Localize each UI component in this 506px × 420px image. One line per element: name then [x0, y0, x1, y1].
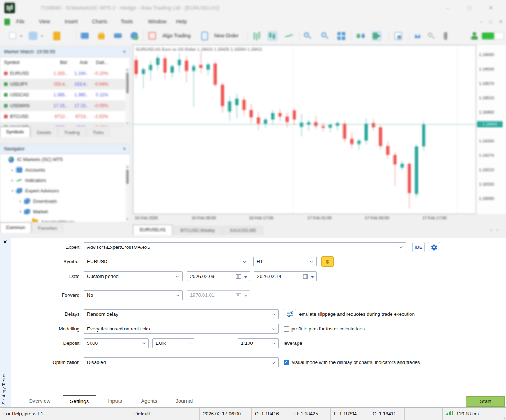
date-range-combobox[interactable]: Custom period: [84, 271, 183, 281]
chart-tab-btcusd-weekly[interactable]: BTCUSD,Weekly: [174, 226, 222, 235]
nav-item-market[interactable]: ▾ Market: [0, 206, 130, 217]
market-watch-row[interactable]: USDMXN 17.15.. 17.15.. -0.05%: [0, 100, 130, 111]
open-data-folder-icon[interactable]: [52, 31, 62, 41]
chart-tab-xauusd-m5[interactable]: XAUUSD,M5: [223, 226, 263, 235]
profit-in-pips-checkbox[interactable]: [284, 326, 289, 332]
menu-insert[interactable]: Insert: [65, 19, 78, 24]
price-chart[interactable]: EURUSD,H1 Euro vs US Dollar 1.18416 1.18…: [133, 45, 476, 214]
new-window-icon[interactable]: [28, 31, 38, 41]
market-watch-row[interactable]: BTCUSD 6712.. 6713.. -2.52%: [0, 111, 130, 122]
chart-profile-icon[interactable]: [8, 31, 18, 41]
mdi-restore-icon[interactable]: □: [489, 19, 492, 24]
date-to-field[interactable]: 2026.02.14: [254, 271, 317, 281]
tester-tab-inputs[interactable]: Inputs: [101, 395, 129, 407]
new-order-icon[interactable]: [200, 31, 210, 41]
tester-tab-journal[interactable]: Journal: [169, 395, 199, 407]
expand-arrow-icon[interactable]: ▸: [10, 178, 15, 182]
column-header[interactable]: Dail...: [90, 57, 110, 68]
menu-window[interactable]: Window: [148, 19, 167, 24]
chart-window-icon[interactable]: [393, 31, 403, 41]
expand-arrow-icon[interactable]: ▸: [18, 199, 23, 203]
column-header[interactable]: Symbol: [0, 57, 46, 68]
expand-arrow-icon[interactable]: ▸: [10, 168, 15, 172]
menu-help[interactable]: Help: [176, 19, 187, 24]
tab-details[interactable]: Details: [31, 128, 58, 137]
nav-item-amazingwaves[interactable]: ▸ AmazingWaves: [0, 217, 130, 222]
restore-button[interactable]: □: [464, 4, 474, 12]
column-header[interactable]: Ask: [69, 57, 90, 68]
line-chart-mode-icon[interactable]: [284, 31, 294, 41]
leverage-combobox[interactable]: 1:100: [238, 338, 279, 348]
tab-scroll-icons[interactable]: ‹›: [491, 227, 502, 233]
market-watch-scrollbar[interactable]: ▲ ▼: [125, 68, 129, 126]
tab-symbols[interactable]: Symbols: [0, 127, 30, 137]
auto-scroll-icon[interactable]: [372, 31, 382, 41]
depth-of-market-icon[interactable]: [80, 31, 90, 41]
menu-view[interactable]: View: [39, 19, 50, 24]
mdi-close-icon[interactable]: ✕: [499, 19, 503, 24]
forward-combobox[interactable]: No: [84, 290, 183, 300]
tab-favorites[interactable]: Favorites: [32, 224, 63, 233]
currency-combobox[interactable]: EUR: [152, 338, 194, 348]
menu-charts[interactable]: Charts: [92, 19, 107, 24]
new-order-button[interactable]: New Order: [214, 33, 239, 38]
mdi-minimize-icon[interactable]: –: [480, 19, 483, 24]
nav-item-expert-advisors[interactable]: ▾ Expert Advisors: [0, 186, 130, 196]
nav-item-accounts[interactable]: ▸ Accounts: [0, 165, 130, 175]
tab-common[interactable]: Common: [0, 222, 31, 233]
ide-button[interactable]: IDE: [412, 242, 425, 252]
delays-combobox[interactable]: Random delay: [84, 309, 279, 319]
nav-item-indicators[interactable]: ▸ Indicators: [0, 175, 130, 186]
expand-arrow-icon[interactable]: ▾: [18, 210, 23, 214]
window-dropdown-icon[interactable]: [41, 35, 43, 37]
bar-chart-mode-icon[interactable]: [252, 31, 262, 41]
start-button[interactable]: Start: [466, 396, 505, 407]
date-from-field[interactable]: 2026.02.09: [187, 271, 250, 281]
community-icon[interactable]: [129, 31, 139, 41]
column-header[interactable]: Bid: [46, 57, 69, 68]
expert-combobox[interactable]: Advisors\ExpertCrossMA.ex5: [84, 242, 406, 252]
vps-icon[interactable]: [441, 31, 451, 41]
zoom-out-icon[interactable]: [320, 31, 330, 41]
price-scale[interactable]: 1.186901.186301.185701.185101.184501.183…: [476, 45, 506, 214]
scroll-up-icon[interactable]: ▲: [125, 165, 129, 169]
chart-shift-icon[interactable]: [356, 31, 366, 41]
market-watch-row[interactable]: USDJPY 153.4.. 153.4.. -0.04%: [0, 79, 130, 90]
candlestick-mode-icon[interactable]: [267, 31, 277, 41]
deposit-combobox[interactable]: 5000: [84, 338, 149, 348]
lock-icon[interactable]: [96, 31, 106, 41]
scroll-down-icon[interactable]: ▼: [125, 122, 129, 126]
market-icon[interactable]: [113, 31, 123, 41]
tester-tab-overview[interactable]: Overview: [20, 395, 59, 407]
close-button[interactable]: ✕: [486, 4, 496, 12]
user-icon[interactable]: [469, 31, 479, 41]
scroll-down-icon[interactable]: ▼: [125, 218, 129, 222]
nav-item-downloads[interactable]: ▸ Downloads: [0, 196, 130, 206]
delay-settings-button[interactable]: [284, 309, 296, 319]
tab-trading[interactable]: Trading: [58, 128, 86, 137]
menu-tools[interactable]: Tools: [121, 19, 133, 24]
tester-close-icon[interactable]: [3, 239, 9, 245]
search-icon[interactable]: [426, 31, 436, 41]
modelling-combobox[interactable]: Every tick based on real ticks: [84, 324, 279, 334]
algo-trading-button[interactable]: Algo Trading: [162, 33, 191, 38]
market-watch-close-icon[interactable]: [122, 49, 127, 54]
scroll-up-icon[interactable]: ▲: [125, 68, 129, 72]
market-watch-row[interactable]: USDCAD 1.365.. 1.365.. 0.11%: [0, 90, 130, 100]
minimize-button[interactable]: –: [443, 4, 453, 12]
navigator-scrollbar[interactable]: ▲ ▼: [125, 165, 129, 222]
chart-tab-eurusd-h1[interactable]: EURUSD,H1: [133, 225, 172, 235]
symbol-combobox[interactable]: EURUSD: [84, 257, 249, 266]
menu-file[interactable]: File: [16, 19, 24, 24]
optimization-combobox[interactable]: Disabled: [84, 357, 279, 367]
market-watch-row[interactable]: EURUSD 1.183.. 1.184.. -0.10%: [0, 68, 130, 79]
tester-tab-agents[interactable]: Agents: [135, 395, 164, 407]
expand-arrow-icon[interactable]: ▾: [10, 189, 15, 193]
market-watch-row[interactable]: XAUUSD 4913.. 4913.. -0.12%: [0, 122, 130, 127]
time-scale[interactable]: 16 Feb 202616 Feb 09:0016 Feb 17:0017 Fe…: [133, 215, 506, 223]
tester-tab-settings[interactable]: Settings: [63, 395, 96, 407]
expert-settings-button[interactable]: [428, 242, 440, 252]
zoom-in-icon[interactable]: [303, 31, 313, 41]
mql5-icon[interactable]: [413, 31, 423, 41]
tile-windows-icon[interactable]: [336, 31, 346, 41]
